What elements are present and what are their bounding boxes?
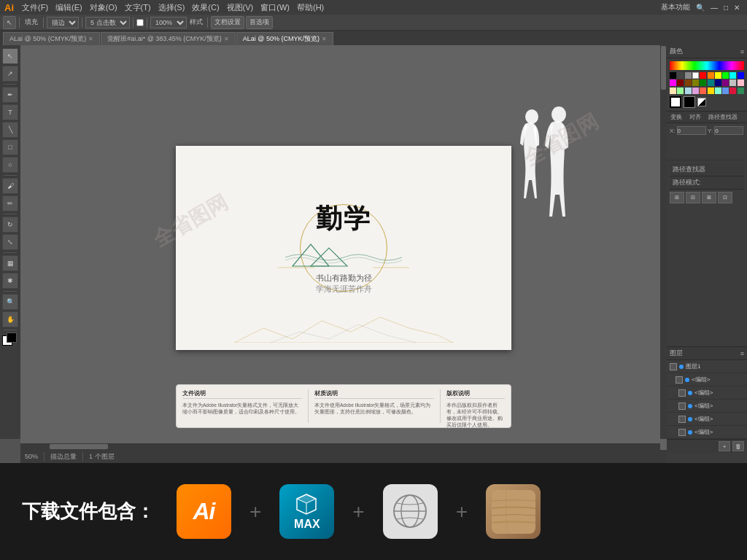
tool-zoom[interactable]: 🔍 (2, 294, 18, 310)
selection-tool[interactable]: ↖ (3, 16, 16, 29)
swatch-olive[interactable] (692, 79, 699, 86)
layer-6[interactable]: <编组> (667, 426, 747, 439)
menu-object[interactable]: 对象(O) (86, 2, 121, 13)
swatch-cornflower[interactable] (722, 88, 729, 94)
swatch-blue[interactable] (738, 72, 744, 79)
menu-text[interactable]: 文字(T) (121, 2, 155, 13)
h-scrollbar-thumb[interactable] (50, 444, 108, 449)
swatch-teal[interactable] (708, 79, 714, 86)
menu-view[interactable]: 视图(V) (223, 2, 258, 13)
swatch-dark-green[interactable] (700, 79, 706, 86)
swatch-brown[interactable] (685, 79, 692, 86)
swatch-navy[interactable] (715, 79, 721, 86)
points-select[interactable]: 5 点击数 (85, 17, 130, 28)
panel-tab-pathfinder[interactable]: 路径查找器 (705, 112, 741, 122)
tool-rotate[interactable]: ↻ (2, 217, 18, 233)
swatch-gold[interactable] (708, 88, 714, 94)
v-scrollbar-thumb[interactable] (661, 46, 666, 90)
swatch-purple[interactable] (722, 79, 729, 86)
first-select-btn[interactable]: 首选项 (246, 16, 273, 29)
document-settings-btn[interactable]: 文档设置 (211, 16, 244, 29)
swatch-magenta[interactable] (670, 79, 676, 86)
fill-color-box[interactable] (670, 96, 681, 108)
tool-line[interactable]: ╲ (2, 122, 18, 138)
tool-scale[interactable]: ⤡ (2, 234, 18, 250)
swatch-crimson[interactable] (729, 88, 736, 94)
vertical-scrollbar[interactable] (660, 45, 667, 439)
menu-help[interactable]: 帮助(H) (293, 2, 328, 13)
swatch-pink[interactable] (738, 79, 744, 86)
pf-exclude[interactable]: ⊡ (718, 192, 732, 203)
layer-1-eye[interactable] (670, 363, 677, 370)
swatch-pale-green[interactable] (677, 88, 684, 94)
swatch-green[interactable] (722, 72, 729, 79)
tool-select[interactable]: ↖ (2, 48, 18, 64)
opacity-select[interactable]: 100% (150, 17, 187, 28)
tool-gradient[interactable]: ▦ (2, 255, 18, 271)
swatch-black[interactable] (670, 72, 676, 79)
tab-2[interactable]: 觉醒班#ai.ai* @ 383.45% (CMYK/预览) ✕ (101, 32, 236, 45)
delete-layer-btn[interactable]: 🗑 (732, 441, 744, 451)
tool-direct-select[interactable]: ↗ (2, 66, 18, 82)
layer-2[interactable]: <编组> (667, 373, 747, 386)
color-spectrum[interactable] (670, 61, 744, 70)
swatch-dark-gray[interactable] (677, 72, 684, 79)
layer-1[interactable]: 图层1 (667, 360, 747, 373)
tool-paintbrush[interactable]: 🖌 (2, 178, 18, 194)
tool-rectangle[interactable]: □ (2, 139, 18, 155)
layer-2-eye[interactable] (676, 376, 683, 384)
menu-edit[interactable]: 编辑(E) (52, 2, 86, 13)
swatch-orange[interactable] (708, 72, 714, 79)
swatch-aquamarine[interactable] (715, 88, 721, 94)
tab-1-close[interactable]: ✕ (88, 36, 93, 42)
panel-tab-transform[interactable]: 变换 (667, 112, 686, 122)
menu-select[interactable]: 选择(S) (155, 2, 189, 13)
swatch-silver[interactable] (729, 79, 736, 86)
pf-minus[interactable]: ⊟ (686, 192, 700, 203)
y-input[interactable] (714, 126, 743, 135)
layers-menu-btn[interactable]: ≡ (740, 350, 744, 357)
layer-6-eye[interactable] (678, 429, 686, 436)
panel-tab-align[interactable]: 对齐 (686, 112, 705, 122)
x-input[interactable] (677, 126, 706, 135)
layer-4[interactable]: <编组> (667, 400, 747, 413)
swatch-yellow[interactable] (715, 72, 721, 79)
fill-stroke-widget[interactable] (2, 332, 18, 349)
swatch-light-blue[interactable] (685, 88, 692, 94)
window-close[interactable]: ✕ (731, 4, 743, 12)
tab-3[interactable]: ALai @ 50% (CMYK/预览) ✕ (236, 32, 333, 45)
tab-2-close[interactable]: ✕ (224, 36, 229, 42)
swatch-seagreen[interactable] (738, 88, 744, 94)
menu-window[interactable]: 窗口(W) (257, 2, 293, 13)
tool-pencil[interactable]: ✏ (2, 195, 18, 211)
none-color-box[interactable] (697, 98, 706, 106)
swatch-cyan[interactable] (729, 72, 736, 79)
tool-eyedropper[interactable]: ✱ (2, 273, 18, 289)
layer-5[interactable]: <编组> (667, 413, 747, 426)
swatch-dark-red[interactable] (677, 79, 684, 86)
menu-effect[interactable]: 效果(C) (188, 2, 222, 13)
pf-intersect[interactable]: ⊠ (702, 192, 716, 203)
swatch-moccasin[interactable] (670, 88, 676, 94)
layer-3[interactable]: <编组> (667, 386, 747, 400)
tool-pen[interactable]: ✒ (2, 87, 18, 103)
swatch-white[interactable] (692, 72, 699, 79)
horizontal-scrollbar[interactable] (20, 443, 660, 450)
tab-3-close[interactable]: ✕ (322, 36, 327, 42)
tool-hand[interactable]: ✋ (2, 311, 18, 327)
search-box[interactable]: 🔍 (693, 4, 708, 12)
swatch-gray[interactable] (685, 72, 692, 79)
swatch-red[interactable] (700, 72, 706, 79)
preview-checkbox[interactable] (136, 19, 144, 26)
stroke-color-box[interactable] (684, 96, 695, 108)
pf-unite[interactable]: ⊞ (670, 192, 684, 203)
layer-4-eye[interactable] (678, 402, 686, 410)
menu-file[interactable]: 文件(F) (18, 2, 52, 13)
layer-3-eye[interactable] (678, 389, 686, 397)
new-layer-btn[interactable]: + (719, 441, 730, 451)
window-maximize[interactable]: □ (721, 4, 731, 12)
stroke-select[interactable]: 描边 (47, 17, 79, 28)
swatch-plum[interactable] (692, 88, 699, 94)
window-minimize[interactable]: — (708, 4, 721, 12)
workspace-selector[interactable]: 基本功能 (658, 2, 693, 12)
